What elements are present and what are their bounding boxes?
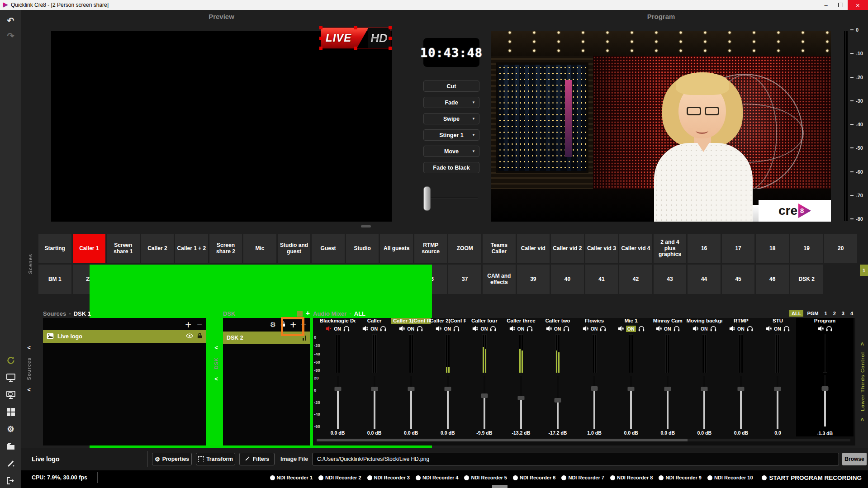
speaker-icon[interactable] (656, 326, 662, 332)
ndi-recorder-ndi-recorder-2[interactable]: NDI Recorder 2 (318, 475, 361, 480)
visibility-eye-icon[interactable] (186, 333, 193, 340)
channel-on-toggle[interactable]: ON (517, 326, 525, 332)
scene-button-16[interactable]: 16 (688, 234, 721, 263)
scene-button-40[interactable]: 40 (551, 265, 584, 294)
headphones-icon[interactable] (343, 326, 350, 332)
channel-on-toggle[interactable]: ON (737, 326, 745, 332)
sync-icon[interactable] (0, 354, 21, 367)
scene-button-39[interactable]: 39 (517, 265, 550, 294)
headphones-icon[interactable] (826, 326, 832, 332)
headphones-icon[interactable] (417, 326, 423, 332)
transition-button-move[interactable]: Move▼ (423, 146, 479, 157)
speaker-icon[interactable] (509, 326, 515, 332)
scene-button-caller-1-2[interactable]: Caller 1 + 2 (175, 234, 208, 263)
scene-button-dsk-2[interactable]: DSK 2 (790, 265, 823, 294)
fader-track[interactable] (703, 376, 705, 429)
channel-on-toggle[interactable]: ON (444, 326, 451, 332)
scene-button-46[interactable]: 46 (756, 265, 789, 294)
fader-handle[interactable] (701, 387, 708, 391)
channel-on-toggle[interactable]: ON (591, 326, 598, 332)
headphones-icon[interactable] (638, 326, 645, 332)
headphones-icon[interactable] (380, 326, 386, 332)
scene-button-2-and-4-plus-graphics[interactable]: 2 and 4 plus graphics (654, 234, 687, 263)
selection-handle[interactable] (319, 37, 323, 40)
channel-on-toggle[interactable]: ON (701, 326, 708, 332)
mixer-tab-2[interactable]: 2 (831, 310, 838, 317)
channel-on-toggle[interactable]: ON (626, 326, 636, 332)
fader-handle[interactable] (334, 387, 341, 391)
dsk-settings-gear-icon[interactable]: ⚙ (270, 321, 276, 329)
close-button[interactable]: × (848, 0, 868, 10)
grid-icon[interactable] (0, 405, 21, 419)
mixer-tab-all[interactable]: ALL (789, 310, 803, 317)
mixer-tab-3[interactable]: 3 (840, 310, 847, 317)
scene-button-42[interactable]: 42 (619, 265, 652, 294)
effects-wand-icon[interactable] (0, 457, 21, 470)
tbar-handle[interactable] (423, 186, 431, 211)
speaker-icon[interactable] (546, 326, 552, 332)
scene-button-19[interactable]: 19 (790, 234, 823, 263)
scene-page-badge[interactable]: 1 (860, 265, 868, 276)
folder-icon[interactable] (0, 440, 21, 453)
fader-track[interactable] (824, 375, 826, 426)
scrollbar-thumb[interactable] (317, 439, 688, 441)
preview-monitor-icon[interactable] (0, 388, 21, 402)
ndi-recorder-ndi-recorder-5[interactable]: NDI Recorder 5 (464, 475, 507, 480)
ndi-recorder-ndi-recorder-3[interactable]: NDI Recorder 3 (367, 475, 410, 480)
channel-on-toggle[interactable]: ON (774, 326, 781, 332)
fader-handle[interactable] (444, 387, 451, 391)
source-row-live-logo[interactable]: Live logo (43, 330, 206, 343)
scene-button-caller-vid-4[interactable]: Caller vid 4 (619, 234, 652, 263)
speaker-icon[interactable] (729, 326, 735, 332)
channel-on-toggle[interactable]: ON (664, 326, 671, 332)
transition-button-swipe[interactable]: Swipe▼ (423, 113, 479, 124)
collapse-chevron-icon[interactable]: < (214, 344, 218, 351)
scene-button-studio[interactable]: Studio (346, 234, 379, 263)
speaker-icon[interactable] (618, 326, 624, 332)
fader-track[interactable] (447, 376, 449, 429)
live-hd-overlay[interactable]: LIVE HD (321, 28, 390, 48)
ndi-recorder-ndi-recorder-4[interactable]: NDI Recorder 4 (416, 475, 458, 480)
scene-button-starting[interactable]: Starting (38, 234, 71, 263)
fader-handle[interactable] (738, 387, 745, 391)
scene-button-all-guests[interactable]: All guests (380, 234, 413, 263)
speaker-icon[interactable] (362, 326, 368, 332)
scene-button-caller-vid-2[interactable]: Caller vid 2 (551, 234, 584, 263)
scene-button-17[interactable]: 17 (722, 234, 755, 263)
selection-handle[interactable] (389, 26, 392, 29)
selection-handle[interactable] (319, 47, 323, 50)
scene-button-caller-1[interactable]: Caller 1 (73, 234, 106, 263)
scene-button-screen-share-2[interactable]: Screen share 2 (209, 234, 242, 263)
speaker-icon[interactable] (472, 326, 478, 332)
scene-button-44[interactable]: 44 (688, 265, 721, 294)
collapse-chevron-icon[interactable]: < (27, 344, 31, 351)
scene-button-caller-2[interactable]: Caller 2 (141, 234, 174, 263)
scene-button-mic[interactable]: Mic (243, 234, 276, 263)
scene-button-bm-1[interactable]: BM 1 (38, 265, 71, 294)
selection-handle[interactable] (354, 47, 357, 50)
headphones-icon[interactable] (526, 326, 533, 332)
mixer-tab-4[interactable]: 4 (848, 310, 855, 317)
speaker-icon[interactable] (436, 326, 441, 332)
speaker-icon[interactable] (818, 326, 824, 332)
add-dsk-icon[interactable]: + (306, 309, 310, 317)
fader-track[interactable] (630, 376, 632, 429)
fader-handle[interactable] (408, 387, 414, 391)
scene-button-41[interactable]: 41 (585, 265, 618, 294)
ndi-recorder-ndi-recorder-7[interactable]: NDI Recorder 7 (561, 475, 604, 480)
fader-handle[interactable] (774, 387, 781, 391)
fader-track[interactable] (374, 376, 375, 429)
fader-track[interactable] (520, 376, 522, 429)
selection-handle[interactable] (389, 37, 392, 40)
collapse-chevron-icon[interactable]: < (214, 375, 218, 382)
channel-on-toggle[interactable]: ON (480, 326, 488, 332)
headphones-icon[interactable] (674, 326, 680, 332)
scene-button-43[interactable]: 43 (654, 265, 687, 294)
fader-track[interactable] (410, 376, 412, 429)
mixer-tab-pgm[interactable]: PGM (805, 310, 821, 317)
fader-handle[interactable] (591, 386, 598, 391)
lock-icon[interactable] (197, 333, 202, 340)
fader-track[interactable] (667, 376, 669, 429)
selection-handle[interactable] (354, 26, 357, 29)
properties-button[interactable]: ⚙ Properties (152, 453, 192, 465)
